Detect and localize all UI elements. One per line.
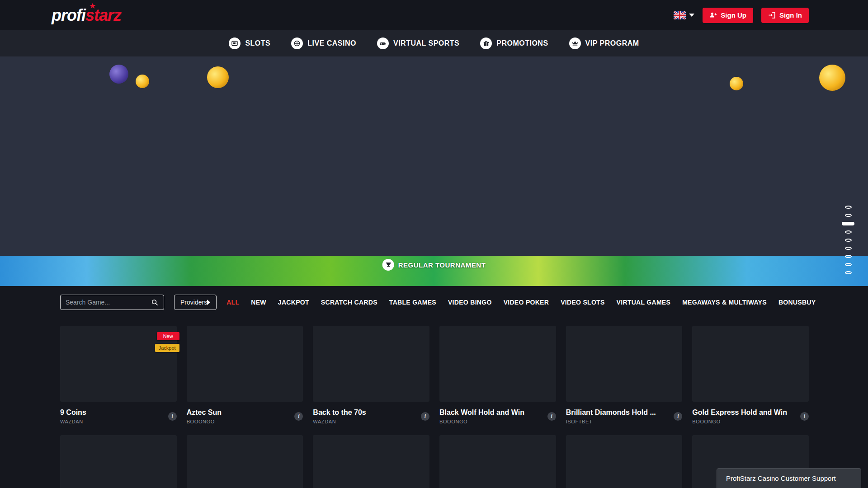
- customer-support-widget[interactable]: ProfiStarz Casino Customer Support: [717, 468, 861, 488]
- providers-label: Providers: [180, 299, 207, 306]
- nav-label-virtual-sports: VIRTUAL SPORTS: [393, 39, 459, 47]
- game-provider: BOOONGO: [439, 419, 524, 424]
- sign-up-button[interactable]: Sign Up: [703, 8, 753, 23]
- category-tab-jackpot[interactable]: JACKPOT: [278, 299, 309, 306]
- info-icon[interactable]: i: [294, 412, 303, 421]
- carousel-dot[interactable]: [845, 230, 852, 234]
- category-tab-virtual-games[interactable]: VIRTUAL GAMES: [617, 299, 671, 306]
- info-icon[interactable]: i: [800, 412, 809, 421]
- uk-flag-icon: [674, 11, 686, 19]
- game-title: Brilliant Diamonds Hold ...: [566, 408, 656, 417]
- game-title: 9 Coins: [60, 408, 86, 417]
- game-thumbnail[interactable]: [439, 435, 556, 488]
- game-provider: BOOONGO: [187, 419, 222, 424]
- game-provider: WAZDAN: [313, 419, 366, 424]
- filter-bar: Providers ALL NEW JACKPOT SCRATCH CARDS …: [60, 295, 809, 310]
- game-thumbnail[interactable]: [60, 435, 177, 488]
- game-thumbnail[interactable]: [313, 326, 429, 402]
- coin-decoration: [730, 77, 743, 90]
- sign-in-button[interactable]: Sign In: [761, 8, 809, 23]
- logo-star-icon: ★: [90, 2, 95, 10]
- info-icon[interactable]: i: [674, 412, 682, 421]
- header-actions: Sign Up Sign In: [674, 8, 809, 23]
- carousel-dot[interactable]: [845, 263, 852, 266]
- category-tab-video-slots[interactable]: VIDEO SLOTS: [561, 299, 604, 306]
- carousel-dot[interactable]: [845, 214, 852, 217]
- game-card[interactable]: [187, 435, 303, 488]
- category-tab-new[interactable]: NEW: [251, 299, 266, 306]
- carousel-dot[interactable]: [845, 255, 852, 258]
- crown-icon: [569, 38, 581, 49]
- info-icon[interactable]: i: [421, 412, 429, 421]
- carousel-dot[interactable]: [845, 271, 852, 274]
- carousel-dot[interactable]: [845, 206, 852, 209]
- carousel-dot[interactable]: [845, 247, 852, 250]
- game-card[interactable]: [566, 435, 683, 488]
- category-tab-bonusbuy[interactable]: BONUSBUY: [778, 299, 816, 306]
- info-icon[interactable]: i: [168, 412, 177, 421]
- chevron-right-icon: [207, 300, 210, 305]
- category-tabs: ALL NEW JACKPOT SCRATCH CARDS TABLE GAME…: [226, 299, 816, 306]
- game-thumbnail[interactable]: [566, 326, 683, 402]
- search-icon[interactable]: [151, 299, 159, 306]
- game-provider: WAZDAN: [60, 419, 86, 424]
- language-selector[interactable]: [674, 11, 694, 19]
- carousel-dot[interactable]: [845, 239, 852, 242]
- game-card[interactable]: [313, 435, 429, 488]
- game-thumbnail[interactable]: [566, 435, 683, 488]
- regular-tournament-banner[interactable]: REGULAR TOURNAMENT: [382, 259, 486, 271]
- game-card[interactable]: New Jackpot 9 Coins WAZDAN i: [60, 326, 177, 424]
- providers-dropdown[interactable]: Providers: [174, 295, 217, 310]
- carousel-dot-active[interactable]: [842, 222, 854, 225]
- game-thumbnail[interactable]: [187, 326, 303, 402]
- game-thumbnail[interactable]: [439, 326, 556, 402]
- game-grid: New Jackpot 9 Coins WAZDAN i Aztec Sun B…: [60, 326, 809, 488]
- hero-banner: REGULAR TOURNAMENT: [0, 56, 868, 286]
- live-casino-icon: [291, 38, 303, 49]
- nav-label-vip-program: VIP PROGRAM: [585, 39, 639, 47]
- promotions-icon: [480, 38, 492, 49]
- game-search: [60, 295, 164, 310]
- game-card[interactable]: Black Wolf Hold and Win BOOONGO i: [439, 326, 556, 424]
- trophy-icon: [382, 259, 394, 271]
- game-provider: BOOONGO: [692, 419, 787, 424]
- game-title: Gold Express Hold and Win: [692, 408, 787, 417]
- customer-support-label: ProfiStarz Casino Customer Support: [726, 474, 836, 482]
- category-tab-table-games[interactable]: TABLE GAMES: [389, 299, 436, 306]
- search-input[interactable]: [66, 299, 147, 306]
- site-logo[interactable]: ★profistarz: [52, 6, 121, 25]
- game-card[interactable]: Aztec Sun BOOONGO i: [187, 326, 303, 424]
- game-title: Black Wolf Hold and Win: [439, 408, 524, 417]
- new-badge: New: [157, 332, 179, 340]
- game-card[interactable]: Gold Express Hold and Win BOOONGO i: [692, 326, 809, 424]
- game-title: Back to the 70s: [313, 408, 366, 417]
- nav-item-virtual-sports[interactable]: VIRTUAL SPORTS: [377, 38, 459, 49]
- game-card[interactable]: [439, 435, 556, 488]
- person-plus-icon: [709, 11, 717, 19]
- nav-item-live-casino[interactable]: LIVE CASINO: [291, 38, 356, 49]
- game-card[interactable]: Back to the 70s WAZDAN i: [313, 326, 429, 424]
- nav-item-promotions[interactable]: PROMOTIONS: [480, 38, 548, 49]
- game-card[interactable]: [60, 435, 177, 488]
- sign-in-label: Sign In: [779, 11, 802, 19]
- category-tab-video-bingo[interactable]: VIDEO BINGO: [448, 299, 492, 306]
- game-thumbnail[interactable]: [313, 435, 429, 488]
- coin-decoration: [109, 65, 128, 84]
- game-title: Aztec Sun: [187, 408, 222, 417]
- game-card[interactable]: Brilliant Diamonds Hold ... ISOFTBET i: [566, 326, 683, 424]
- nav-item-slots[interactable]: SLOTS: [229, 38, 270, 49]
- nav-label-slots: SLOTS: [245, 39, 270, 47]
- nav-item-vip-program[interactable]: VIP PROGRAM: [569, 38, 639, 49]
- category-tab-all[interactable]: ALL: [226, 299, 239, 306]
- main-nav: SLOTS LIVE CASINO VIRTUAL SPORTS: [0, 30, 868, 56]
- category-tab-scratch-cards[interactable]: SCRATCH CARDS: [321, 299, 377, 306]
- chevron-down-icon: [689, 14, 694, 17]
- game-thumbnail[interactable]: [187, 435, 303, 488]
- category-tab-video-poker[interactable]: VIDEO POKER: [504, 299, 549, 306]
- info-icon[interactable]: i: [547, 412, 556, 421]
- logo-text-white: profi: [52, 6, 85, 24]
- coin-decoration: [207, 66, 229, 88]
- category-tab-megaways[interactable]: MEGAWAYS & MULTIWAYS: [682, 299, 767, 306]
- nav-label-live-casino: LIVE CASINO: [307, 39, 356, 47]
- game-thumbnail[interactable]: [692, 326, 809, 402]
